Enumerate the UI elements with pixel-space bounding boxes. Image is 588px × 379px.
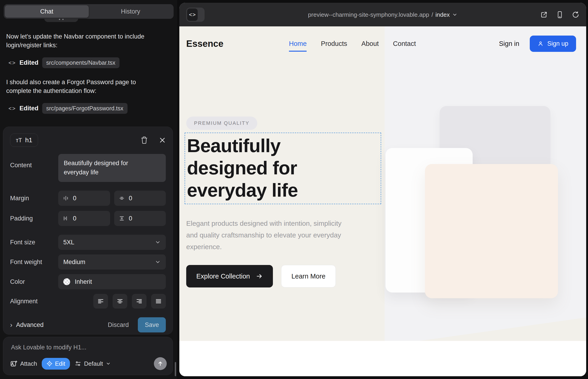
content-row: Content Beautifully designed for everyda… xyxy=(10,154,166,182)
sign-up-label: Sign up xyxy=(547,40,568,47)
hero-heading[interactable]: Beautifully designed for everyday life xyxy=(187,134,381,201)
nav-link-contact[interactable]: Contact xyxy=(393,40,416,52)
advanced-label: Advanced xyxy=(16,321,44,329)
selected-element-tag: h1 xyxy=(25,137,32,144)
discard-button[interactable]: Discard xyxy=(108,321,129,329)
padding-x-value: 0 xyxy=(73,215,76,222)
edited-file-row[interactable]: <> Edited src/components/Navbar.tsx xyxy=(8,57,157,68)
url-bar[interactable]: preview--charming-site-symphony.lovable.… xyxy=(308,11,458,18)
assistant-message: Now let's update the Navbar component to… xyxy=(6,32,154,49)
advanced-toggle[interactable]: › Advanced xyxy=(10,321,44,329)
sign-up-button[interactable]: Sign up xyxy=(530,35,576,52)
align-left-icon xyxy=(97,298,104,305)
color-value: Inherit xyxy=(75,278,92,285)
close-editor-button[interactable] xyxy=(159,137,166,144)
hero-description: Elegant products designed with intention… xyxy=(186,218,347,253)
content-textarea[interactable]: Beautifully designed for everyday life xyxy=(58,154,166,182)
browser-toolbar: <> preview--charming-site-symphony.lovab… xyxy=(179,3,586,26)
padding-y-input[interactable]: 0 xyxy=(114,211,166,226)
edited-action-label: Edited xyxy=(19,59,39,66)
send-button[interactable] xyxy=(154,357,167,370)
edited-file-pill[interactable]: src/pages/ForgotPassword.tsx xyxy=(42,103,127,114)
tab-history[interactable]: History xyxy=(89,5,173,18)
color-label: Color xyxy=(10,278,58,285)
padding-label: Padding xyxy=(10,215,58,222)
save-button[interactable]: Save xyxy=(138,317,166,332)
site-preview: Essence Home Products About Contact Sign… xyxy=(179,26,586,376)
content-label: Content xyxy=(10,154,58,169)
color-select[interactable]: Inherit xyxy=(58,274,166,289)
selected-h1-outline[interactable]: Beautifully designed for everyday life xyxy=(185,133,381,204)
panel-scrollbar[interactable] xyxy=(175,362,176,376)
align-left-button[interactable] xyxy=(93,294,108,309)
edited-file-row[interactable]: <> Edited src/pages/ForgotPassword.tsx xyxy=(8,103,157,114)
margin-vertical-icon xyxy=(119,195,125,201)
code-icon: <> xyxy=(187,8,198,21)
margin-horizontal-icon xyxy=(63,195,69,201)
padding-row: Padding 0 xyxy=(10,211,166,226)
site-header: Essence Home Products About Contact Sign… xyxy=(179,26,586,61)
margin-y-input[interactable]: 0 xyxy=(114,191,166,206)
selected-element-pill[interactable]: тT h1 xyxy=(10,134,38,147)
font-weight-label: Font weight xyxy=(10,259,58,266)
tab-chat[interactable]: Chat xyxy=(5,5,89,18)
alignment-label: Alignment xyxy=(10,298,58,305)
delete-element-button[interactable] xyxy=(140,136,148,144)
attach-label: Attach xyxy=(20,360,37,367)
mode-label: Default xyxy=(84,360,103,367)
margin-x-input[interactable]: 0 xyxy=(58,191,110,206)
color-row: Color Inherit xyxy=(10,274,166,289)
align-justify-button[interactable] xyxy=(151,294,166,309)
chat-history-tabs: Chat History xyxy=(4,4,174,19)
sign-in-button[interactable]: Sign in xyxy=(499,40,519,47)
clipped-badge-dots xyxy=(59,19,63,20)
nav-link-products[interactable]: Products xyxy=(321,40,347,52)
editor-header: тT h1 xyxy=(10,133,166,147)
font-weight-select[interactable]: Medium xyxy=(58,254,166,269)
edited-file-pill[interactable]: src/components/Navbar.tsx xyxy=(42,57,120,68)
mode-selector[interactable]: Default xyxy=(75,360,111,367)
learn-more-button[interactable]: Learn More xyxy=(281,265,336,287)
user-icon xyxy=(538,41,543,47)
arrow-right-icon xyxy=(256,273,263,280)
color-swatch-transparent xyxy=(63,278,70,285)
chevron-down-icon[interactable] xyxy=(452,12,458,17)
decorative-card-cream xyxy=(425,164,558,298)
mobile-view-button[interactable] xyxy=(556,11,563,18)
align-right-button[interactable] xyxy=(132,294,147,309)
assistant-message: I should also create a Forgot Password p… xyxy=(6,78,154,95)
font-size-select[interactable]: 5XL xyxy=(58,235,166,250)
element-editor-panel: тT h1 xyxy=(3,127,173,334)
font-size-value: 5XL xyxy=(63,239,74,246)
padding-horizontal-icon xyxy=(63,215,69,221)
composer-placeholder[interactable]: Ask Lovable to modify H1... xyxy=(11,344,86,351)
padding-x-input[interactable]: 0 xyxy=(58,211,110,226)
code-icon: <> xyxy=(8,60,16,66)
editor-footer: › Advanced Discard Save xyxy=(10,317,166,332)
attach-button[interactable]: Attach xyxy=(10,360,37,367)
target-icon xyxy=(46,360,53,367)
margin-label: Margin xyxy=(10,195,58,202)
arrow-up-icon xyxy=(157,360,164,367)
refresh-icon xyxy=(572,11,579,18)
trash-icon xyxy=(140,136,148,144)
edit-mode-button[interactable]: Edit xyxy=(42,358,70,370)
nav-link-home[interactable]: Home xyxy=(289,40,307,52)
code-preview-toggle[interactable]: <> xyxy=(186,8,204,22)
external-link-icon xyxy=(540,11,548,18)
nav-link-about[interactable]: About xyxy=(361,40,379,52)
url-domain: preview--charming-site-symphony.lovable.… xyxy=(308,11,429,18)
site-logo[interactable]: Essence xyxy=(186,39,223,49)
sliders-icon xyxy=(75,360,81,367)
align-center-button[interactable] xyxy=(113,294,127,309)
refresh-button[interactable] xyxy=(572,11,579,18)
smartphone-icon xyxy=(556,11,563,18)
open-external-button[interactable] xyxy=(540,11,548,18)
margin-row: Margin 0 xyxy=(10,191,166,206)
explore-collection-button[interactable]: Explore Collection xyxy=(186,265,273,287)
chat-composer[interactable]: Ask Lovable to modify H1... Attach xyxy=(3,337,173,375)
align-center-icon xyxy=(117,298,123,305)
margin-y-value: 0 xyxy=(129,195,132,202)
attach-image-icon xyxy=(10,360,17,367)
font-weight-row: Font weight Medium xyxy=(10,254,166,269)
